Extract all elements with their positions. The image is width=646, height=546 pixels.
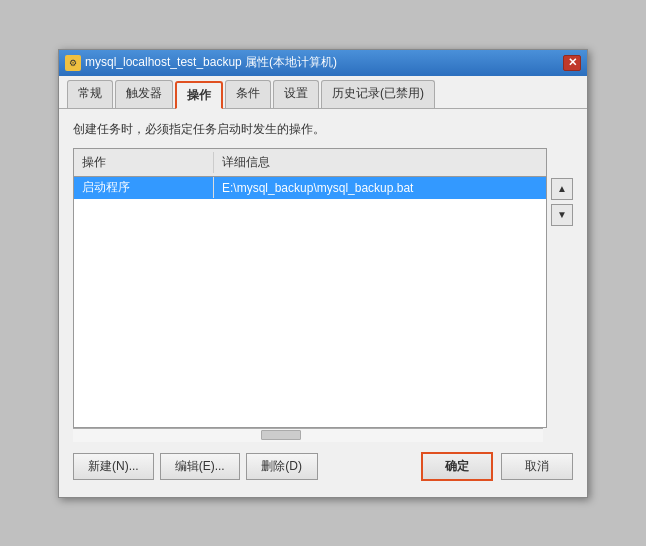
close-button[interactable]: ✕ xyxy=(563,55,581,71)
tab-bar: 常规 触发器 操作 条件 设置 历史记录(已禁用) xyxy=(59,76,587,109)
confirm-button[interactable]: 确定 xyxy=(421,452,493,481)
edit-button[interactable]: 编辑(E)... xyxy=(160,453,240,480)
move-down-button[interactable]: ▼ xyxy=(551,204,573,226)
action-buttons: 新建(N)... 编辑(E)... 删除(D) xyxy=(73,453,318,480)
table-wrapper: 操作 详细信息 启动程序 E:\mysql_backup\mysql_backu… xyxy=(73,148,573,428)
title-bar-left: ⚙ mysql_localhost_test_backup 属性(本地计算机) xyxy=(65,54,337,71)
title-icon-glyph: ⚙ xyxy=(69,58,77,68)
title-bar: ⚙ mysql_localhost_test_backup 属性(本地计算机) … xyxy=(59,50,587,76)
main-window: ⚙ mysql_localhost_test_backup 属性(本地计算机) … xyxy=(58,49,588,498)
tab-history[interactable]: 历史记录(已禁用) xyxy=(321,80,435,108)
tab-general[interactable]: 常规 xyxy=(67,80,113,108)
scroll-thumb xyxy=(261,430,301,440)
new-button[interactable]: 新建(N)... xyxy=(73,453,154,480)
table-body[interactable]: 启动程序 E:\mysql_backup\mysql_backup.bat xyxy=(74,177,546,427)
row-action-cell: 启动程序 xyxy=(74,177,214,198)
actions-table: 操作 详细信息 启动程序 E:\mysql_backup\mysql_backu… xyxy=(73,148,547,428)
description-text: 创建任务时，必须指定任务启动时发生的操作。 xyxy=(73,121,573,138)
bottom-buttons: 新建(N)... 编辑(E)... 删除(D) 确定 取消 xyxy=(73,452,573,485)
horizontal-scrollbar[interactable] xyxy=(73,428,543,442)
side-buttons-container: ▲ ▼ xyxy=(551,178,573,428)
tab-actions[interactable]: 操作 xyxy=(175,81,223,109)
window-title: mysql_localhost_test_backup 属性(本地计算机) xyxy=(85,54,337,71)
table-row[interactable]: 启动程序 E:\mysql_backup\mysql_backup.bat xyxy=(74,177,546,199)
tab-conditions[interactable]: 条件 xyxy=(225,80,271,108)
content-area: 创建任务时，必须指定任务启动时发生的操作。 操作 详细信息 启动程序 E:\my… xyxy=(59,109,587,497)
col-details-header: 详细信息 xyxy=(214,152,546,173)
delete-button[interactable]: 删除(D) xyxy=(246,453,318,480)
cancel-button[interactable]: 取消 xyxy=(501,453,573,480)
tab-triggers[interactable]: 触发器 xyxy=(115,80,173,108)
move-up-button[interactable]: ▲ xyxy=(551,178,573,200)
tab-settings[interactable]: 设置 xyxy=(273,80,319,108)
title-icon: ⚙ xyxy=(65,55,81,71)
dialog-buttons: 确定 取消 xyxy=(421,452,573,481)
table-header: 操作 详细信息 xyxy=(74,149,546,177)
row-details-cell: E:\mysql_backup\mysql_backup.bat xyxy=(214,179,546,197)
col-action-header: 操作 xyxy=(74,152,214,173)
